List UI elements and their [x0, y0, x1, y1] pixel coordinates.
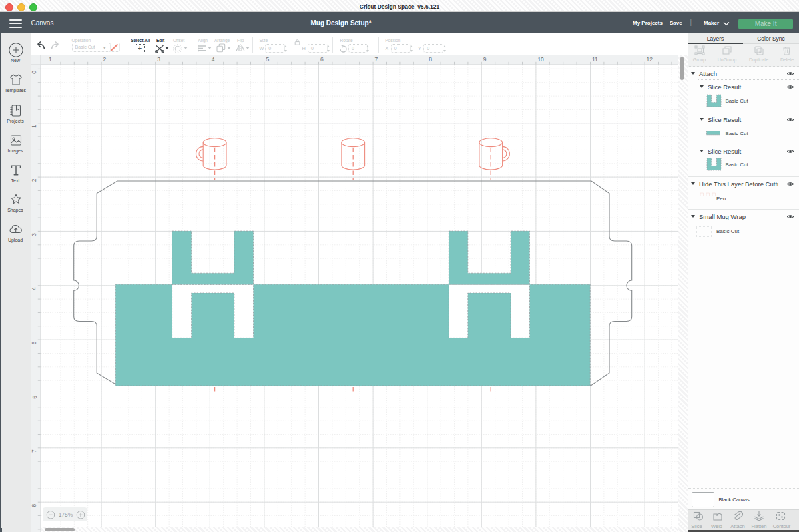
svg-text:4: 4	[31, 287, 38, 290]
svg-text:6: 6	[320, 56, 324, 63]
svg-text:1: 1	[49, 56, 52, 63]
svg-text:8: 8	[429, 56, 432, 63]
svg-text:3: 3	[31, 233, 38, 236]
svg-text:5: 5	[266, 56, 269, 63]
svg-text:175%: 175%	[59, 511, 73, 518]
svg-text:0: 0	[31, 71, 38, 74]
svg-text:7: 7	[375, 56, 378, 63]
svg-text:8: 8	[31, 503, 38, 507]
svg-text:9: 9	[483, 56, 487, 63]
svg-text:10: 10	[537, 56, 544, 63]
svg-text:4: 4	[212, 56, 215, 63]
svg-text:2: 2	[103, 56, 107, 63]
svg-text:1: 1	[31, 125, 38, 128]
svg-text:2: 2	[31, 178, 38, 182]
svg-text:11: 11	[592, 56, 598, 63]
svg-text:7: 7	[31, 449, 38, 453]
svg-text:3: 3	[157, 56, 160, 63]
svg-text:12: 12	[647, 56, 653, 63]
svg-text:5: 5	[31, 341, 38, 344]
svg-text:6: 6	[31, 396, 38, 399]
